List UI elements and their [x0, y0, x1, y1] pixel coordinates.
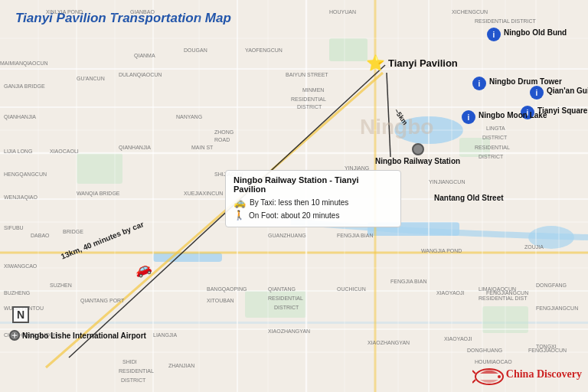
tianyi-pavilion-label: Tianyi Pavilion [388, 57, 458, 69]
railway-station-marker: Ningbo Railway Station [375, 143, 460, 165]
airport-marker: Ningbo Lishe International Airport [9, 330, 146, 341]
china-discovery-logo: China Discovery [472, 363, 582, 386]
map-title: Tianyi Pavilion Transportation Map [15, 11, 231, 26]
guide-hall-label: Qian'an Guide Hall [547, 87, 588, 95]
taxi-icon: 🚕 [234, 197, 246, 208]
moon-lake-label: Ningbo Moon Lake [479, 111, 547, 119]
taxi-info-row: 🚕 By Taxi: less then 10 minutes [234, 197, 393, 208]
station-icon [412, 143, 424, 155]
star-icon: ⭐ [366, 55, 385, 70]
airport-icon [9, 330, 20, 341]
nantang-old-street-marker: Nantang Old Street [434, 194, 504, 202]
logo-icon [472, 363, 503, 386]
nantang-label: Nantang Old Street [434, 194, 504, 202]
walk-icon: 🚶 [234, 210, 245, 220]
info-box: Ningbo Railway Station - Tianyi Pavilion… [225, 170, 401, 227]
airport-label: Ningbo Lishe International Airport [22, 332, 146, 340]
old-bund-label: Ningbo Old Bund [504, 28, 567, 37]
railway-station-label: Ningbo Railway Station [375, 157, 460, 165]
old-bund-icon: i [487, 28, 501, 41]
moon-lake-marker: i Ningbo Moon Lake [462, 110, 547, 124]
compass: N [12, 306, 29, 323]
drum-tower-icon: i [472, 77, 486, 90]
brand-name: China Discovery [506, 368, 582, 381]
tianyi-pavilion-marker: ⭐ Tianyi Pavilion [366, 55, 458, 70]
map-container: Ningbo XINLYIA POND GIANBAO HOUYUAN XICH… [0, 0, 588, 392]
info-box-title: Ningbo Railway Station - Tianyi Pavilion [234, 175, 393, 194]
walk-info-row: 🚶 On Foot: about 20 minutes [234, 210, 393, 220]
guide-hall-marker: i Qian'an Guide Hall [530, 86, 588, 100]
moon-lake-icon: i [462, 110, 475, 124]
guide-hall-icon: i [530, 86, 544, 100]
old-bund-marker: i Ningbo Old Bund [487, 28, 567, 41]
svg-point-120 [498, 375, 501, 378]
drum-tower-label: Ningbo Drum Tower [489, 77, 562, 86]
taxi-label: By Taxi: less then 10 minutes [250, 198, 348, 207]
walk-label: On Foot: about 20 minutes [249, 211, 339, 220]
